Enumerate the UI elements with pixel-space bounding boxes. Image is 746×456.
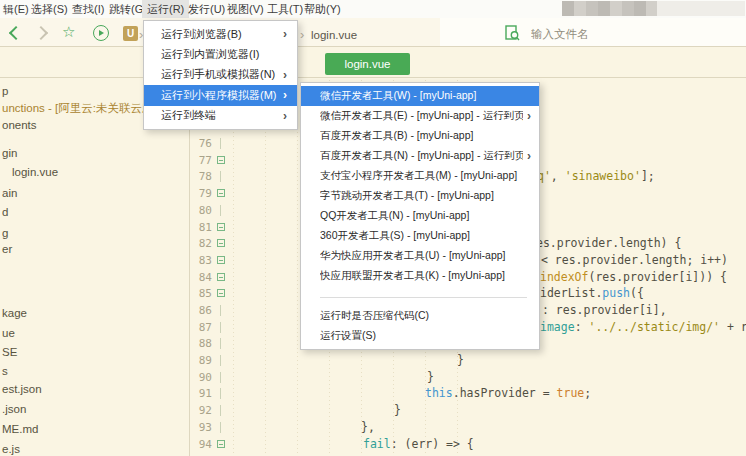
gutter-row: 89 xyxy=(190,352,230,369)
code-token: } xyxy=(394,403,401,417)
code-line[interactable]: fail: (err) => { xyxy=(363,437,474,452)
menu-item-label: 字节跳动开发者工具(T) - [myUni-app] xyxy=(320,189,527,203)
sidebar-item[interactable]: ain xyxy=(2,186,17,201)
fold-toggle-icon[interactable] xyxy=(217,189,225,197)
fold-guide xyxy=(220,322,221,333)
sidebar-item[interactable]: est.json xyxy=(2,382,42,397)
run-menu-item[interactable]: 运行到浏览器(B) › xyxy=(144,24,297,44)
fold-toggle-icon[interactable] xyxy=(217,289,225,297)
gutter-row: 83 xyxy=(190,252,230,269)
sidebar-item[interactable]: er xyxy=(2,242,12,257)
code-line[interactable]: : res.provider[i], xyxy=(542,303,667,318)
submenu-item[interactable]: 微信开发者工具(E) - [myUni-app] - 运行到页面 › xyxy=(301,106,539,126)
submenu-item[interactable]: 运行设置(S) xyxy=(301,326,539,346)
sidebar-item[interactable]: g xyxy=(2,226,8,241)
menu-item-label: 华为快应用开发者工具(U) - [myUni-app] xyxy=(320,249,527,263)
sidebar-item[interactable]: kage xyxy=(2,306,27,321)
fold-guide xyxy=(220,422,221,433)
code-token: : xyxy=(575,320,589,334)
run-menu-item[interactable]: 运行到小程序模拟器(M) › xyxy=(144,85,297,105)
line-number: 91 xyxy=(190,385,212,402)
sidebar-item[interactable]: ue xyxy=(2,326,15,341)
menu-item-label: QQ开发者工具(N) - [myUni-app] xyxy=(320,209,527,223)
gutter-row: 88 xyxy=(190,335,230,352)
menubar-item[interactable]: 选择(S) xyxy=(26,0,73,18)
run-play-icon[interactable] xyxy=(93,25,109,41)
code-line[interactable]: } xyxy=(457,353,464,368)
submenu-item[interactable]: 百度开发者工具(B) - [myUni-app] xyxy=(301,126,539,146)
fold-toggle-icon[interactable] xyxy=(217,223,225,231)
code-token: + res. xyxy=(720,320,746,334)
submenu-item[interactable]: 运行时是否压缩代码(C) xyxy=(301,306,539,326)
submenu-item[interactable]: QQ开发者工具(N) - [myUni-app] xyxy=(301,206,539,226)
gutter-row: 84 xyxy=(190,269,230,286)
submenu-item[interactable]: 360开发者工具(S) - [myUni-app] xyxy=(301,226,539,246)
run-menu-dropdown: 运行到浏览器(B) › 运行到内置浏览器(I) 运行到手机或模拟器(N) › 运… xyxy=(143,20,298,130)
sidebar-item[interactable]: p xyxy=(2,84,8,99)
fold-toggle-icon[interactable] xyxy=(217,256,225,264)
menubar-item[interactable]: 帮助(Y) xyxy=(299,0,346,18)
sidebar-item[interactable]: d xyxy=(2,205,8,220)
favorite-star-icon[interactable]: ☆ xyxy=(62,23,75,41)
sidebar-item[interactable]: ME.md xyxy=(2,422,38,437)
sidebar-item[interactable]: s xyxy=(2,364,8,379)
submenu-item[interactable]: 支付宝小程序开发者工具(M) - [myUni-app] xyxy=(301,166,539,186)
code-line[interactable]: this.hasProvider = true; xyxy=(425,386,591,401)
file-search-input[interactable] xyxy=(529,23,723,45)
gutter-row: 94 xyxy=(190,436,230,453)
code-token: : res.provider[i], xyxy=(542,303,667,317)
fold-toggle-icon[interactable] xyxy=(217,156,225,164)
breadcrumb-file[interactable]: login.vue xyxy=(311,29,357,41)
submenu-item[interactable]: 快应用联盟开发者工具(K) - [myUni-app] xyxy=(301,266,539,286)
code-line[interactable]: image: '../../static/img/' + res. xyxy=(540,320,746,335)
submenu-item[interactable]: 百度开发者工具(N) - [myUni-app] - 运行到页面 › xyxy=(301,146,539,166)
run-menu-item[interactable]: 运行到终端 › xyxy=(144,106,297,126)
fold-toggle-icon[interactable] xyxy=(217,239,225,247)
code-line[interactable]: }, xyxy=(361,420,375,435)
code-line[interactable]: < res.provider.length; i++) xyxy=(541,253,728,268)
code-token: this xyxy=(425,386,453,400)
code-token: true xyxy=(557,386,585,400)
run-menu-item[interactable]: 运行到内置浏览器(I) xyxy=(144,44,297,64)
hbuilderx-window: 辑(E)选择(S)查找(I)跳转(G)运行(R)发行(U)视图(V)工具(T)帮… xyxy=(0,0,746,456)
fold-guide xyxy=(220,138,221,149)
gutter-row: 80 xyxy=(190,202,230,219)
sidebar-item[interactable]: SE xyxy=(2,345,17,360)
fold-toggle-icon[interactable] xyxy=(217,440,225,448)
submenu-item[interactable]: 字节跳动开发者工具(T) - [myUni-app] xyxy=(301,186,539,206)
submenu-item[interactable]: 华为快应用开发者工具(U) - [myUni-app] xyxy=(301,246,539,266)
code-line[interactable]: indexOf(res.provider[i])) { xyxy=(540,270,727,285)
line-number: 88 xyxy=(190,335,212,352)
project-badge-icon[interactable]: U xyxy=(123,26,138,41)
code-line[interactable]: } xyxy=(427,370,434,385)
sidebar-item[interactable]: gin xyxy=(2,146,17,161)
sidebar-item[interactable]: onents xyxy=(2,118,37,133)
gutter-row: 91 xyxy=(190,385,230,402)
gutter-row: 78 xyxy=(190,168,230,185)
code-line[interactable]: } xyxy=(394,403,401,418)
play-triangle-icon xyxy=(99,30,104,36)
submenu-item[interactable] xyxy=(301,286,539,306)
sidebar-item[interactable]: login.vue xyxy=(12,165,58,180)
menu-item-label: 微信开发者工具(W) - [myUni-app] xyxy=(320,89,527,103)
fold-toggle-icon[interactable] xyxy=(217,273,225,281)
line-number: 84 xyxy=(190,269,212,286)
code-line[interactable]: es.provider.length) { xyxy=(536,236,681,251)
file-search-icon[interactable] xyxy=(505,25,520,42)
gutter-row: 90 xyxy=(190,369,230,386)
line-number: 92 xyxy=(190,402,212,419)
sidebar-item[interactable]: .json xyxy=(2,402,26,417)
indent-guide xyxy=(297,80,298,456)
submenu-item[interactable]: 微信开发者工具(W) - [myUni-app] xyxy=(301,86,539,106)
code-line[interactable]: iderList.push({ xyxy=(540,286,644,301)
code-line[interactable]: q', 'sinaweibo']; xyxy=(537,169,655,184)
gutter-row: 82 xyxy=(190,235,230,252)
code-token: (res.provider[i])) { xyxy=(588,270,726,284)
code-token: fail xyxy=(363,437,391,451)
project-sidebar xyxy=(0,78,190,456)
run-menu-item[interactable]: 运行到手机或模拟器(N) › xyxy=(144,65,297,85)
tab-login-vue[interactable]: login.vue xyxy=(325,53,410,75)
sidebar-item[interactable]: e.js xyxy=(2,442,20,456)
code-token: : (err) => { xyxy=(391,437,474,451)
line-number: 94 xyxy=(190,436,212,453)
